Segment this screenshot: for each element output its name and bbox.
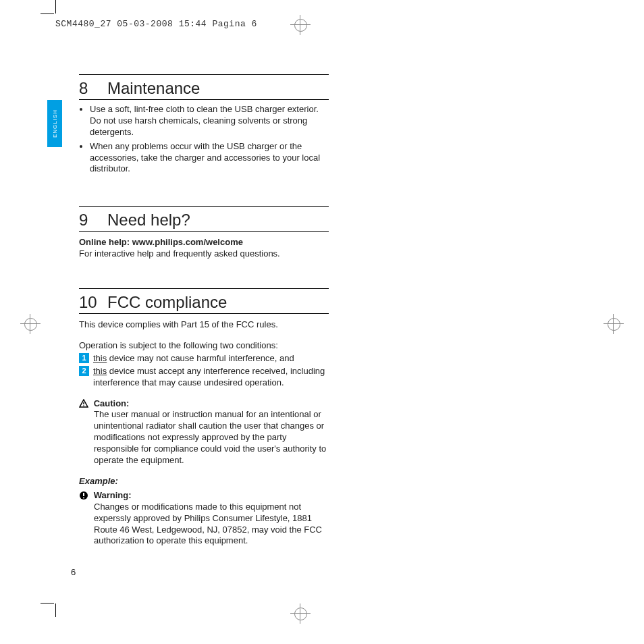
warning-icon <box>79 491 88 500</box>
example-label: Example: <box>79 476 329 486</box>
warning-body: Changes or modifications made to this eq… <box>79 502 329 547</box>
language-tab: ENGLISH <box>47 100 62 147</box>
maintenance-list: Use a soft, lint-free cloth to clean the… <box>79 104 329 175</box>
caution-label: Caution: <box>94 398 130 408</box>
fcc-conditions-intro: Operation is subject to the following tw… <box>79 340 329 352</box>
underline-text: this <box>93 353 107 363</box>
fcc-intro: This device complies with Part 15 of the… <box>79 319 329 331</box>
condition-1: 1 this device may not cause harmful inte… <box>79 353 329 365</box>
caution-block: Caution: The user manual or instruction … <box>79 398 329 466</box>
warning-block: Warning: Changes or modifications made t… <box>79 490 329 547</box>
caution-body: The user manual or instruction manual fo… <box>79 409 329 466</box>
section-title: Maintenance <box>107 79 200 98</box>
svg-point-5 <box>83 498 84 499</box>
section-10-heading: 10 FCC compliance <box>79 288 329 314</box>
warning-label: Warning: <box>94 490 132 500</box>
underline-text: this <box>93 366 107 376</box>
page-number: 6 <box>71 567 76 577</box>
list-item: When any problems occur with the USB cha… <box>90 141 329 176</box>
step-number-1: 1 <box>79 353 89 363</box>
condition-2: 2 this device must accept any interferen… <box>79 366 329 389</box>
section-number: 8 <box>79 79 107 98</box>
step-number-2: 2 <box>79 366 89 376</box>
section-number: 10 <box>79 293 107 312</box>
svg-point-2 <box>83 405 84 406</box>
online-help-desc: For interactive help and frequently aske… <box>79 248 280 259</box>
caution-icon <box>79 399 88 408</box>
section-title: Need help? <box>107 211 190 230</box>
section-title: FCC compliance <box>107 293 227 312</box>
print-header: SCM4480_27 05-03-2008 15:44 Pagina 6 <box>55 19 257 29</box>
page-content: 8 Maintenance Use a soft, lint-free clot… <box>79 74 329 547</box>
online-help-label: Online help: www.philips.com/welcome <box>79 237 243 247</box>
section-9-heading: 9 Need help? <box>79 206 329 232</box>
online-help: Online help: www.philips.com/welcome For… <box>79 237 329 260</box>
step-text: device may not cause harmful interferenc… <box>107 353 294 363</box>
section-number: 9 <box>79 211 107 230</box>
list-item: Use a soft, lint-free cloth to clean the… <box>90 104 329 138</box>
section-8-heading: 8 Maintenance <box>79 74 329 100</box>
step-text: device must accept any interference rece… <box>93 366 325 387</box>
